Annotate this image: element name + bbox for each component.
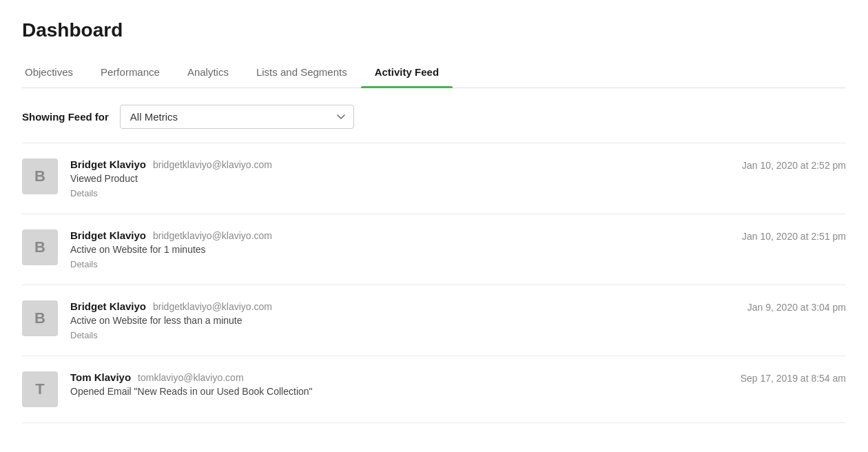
feed-timestamp: Sep 17, 2019 at 8:54 am xyxy=(741,371,846,384)
page-title: Dashboard xyxy=(22,19,846,41)
feed-item: T Tom Klaviyo tomklaviyo@klaviyo.com Ope… xyxy=(22,356,846,423)
feed-name-row: Bridget Klaviyo bridgetklaviyo@klaviyo.c… xyxy=(70,229,730,241)
feed-name-row: Bridget Klaviyo bridgetklaviyo@klaviyo.c… xyxy=(70,300,735,312)
feed-item: B Bridget Klaviyo bridgetklaviyo@klaviyo… xyxy=(22,214,846,285)
avatar: B xyxy=(22,229,58,265)
feed-person-email: bridgetklaviyo@klaviyo.com xyxy=(153,230,272,241)
feed-details-link[interactable]: Details xyxy=(70,188,98,198)
feed-item-content: Bridget Klaviyo bridgetklaviyo@klaviyo.c… xyxy=(70,229,730,269)
avatar: T xyxy=(22,371,58,407)
tab-analytics[interactable]: Analytics xyxy=(174,58,242,88)
feed-timestamp: Jan 9, 2020 at 3:04 pm xyxy=(747,300,846,313)
tab-activity-feed[interactable]: Activity Feed xyxy=(361,58,453,88)
feed-name-row: Bridget Klaviyo bridgetklaviyo@klaviyo.c… xyxy=(70,158,730,170)
filter-row: Showing Feed for All MetricsViewed Produ… xyxy=(22,88,846,143)
feed-action-text: Opened Email "New Reads in our Used Book… xyxy=(70,386,728,397)
feed-action-text: Active on Website for less than a minute xyxy=(70,315,735,326)
feed-person-name[interactable]: Bridget Klaviyo xyxy=(70,229,146,241)
feed-timestamp: Jan 10, 2020 at 2:51 pm xyxy=(742,229,846,242)
feed-person-name[interactable]: Tom Klaviyo xyxy=(70,371,131,383)
feed-person-email: bridgetklaviyo@klaviyo.com xyxy=(153,301,272,312)
filter-label: Showing Feed for xyxy=(22,111,109,123)
feed-item: B Bridget Klaviyo bridgetklaviyo@klaviyo… xyxy=(22,143,846,214)
avatar: B xyxy=(22,300,58,336)
feed-item-content: Tom Klaviyo tomklaviyo@klaviyo.com Opene… xyxy=(70,371,728,400)
feed-action-text: Active on Website for 1 minutes xyxy=(70,244,730,255)
tab-lists-segments[interactable]: Lists and Segments xyxy=(242,58,361,88)
tab-performance[interactable]: Performance xyxy=(87,58,174,88)
avatar: B xyxy=(22,158,58,194)
feed-details-link[interactable]: Details xyxy=(70,259,98,269)
feed-person-email: tomklaviyo@klaviyo.com xyxy=(138,372,243,383)
feed-person-email: bridgetklaviyo@klaviyo.com xyxy=(153,159,272,170)
feed-person-name[interactable]: Bridget Klaviyo xyxy=(70,300,146,312)
feed-person-name[interactable]: Bridget Klaviyo xyxy=(70,158,146,170)
feed-name-row: Tom Klaviyo tomklaviyo@klaviyo.com xyxy=(70,371,728,383)
metrics-filter-select[interactable]: All MetricsViewed ProductActive on Websi… xyxy=(120,105,354,129)
activity-feed-list: B Bridget Klaviyo bridgetklaviyo@klaviyo… xyxy=(22,143,846,423)
feed-item: B Bridget Klaviyo bridgetklaviyo@klaviyo… xyxy=(22,285,846,356)
feed-details-link[interactable]: Details xyxy=(70,330,98,340)
tabs-nav: Objectives Performance Analytics Lists a… xyxy=(22,58,846,88)
feed-action-text: Viewed Product xyxy=(70,173,730,184)
feed-item-content: Bridget Klaviyo bridgetklaviyo@klaviyo.c… xyxy=(70,300,735,340)
feed-item-content: Bridget Klaviyo bridgetklaviyo@klaviyo.c… xyxy=(70,158,730,198)
tab-objectives[interactable]: Objectives xyxy=(22,58,87,88)
feed-timestamp: Jan 10, 2020 at 2:52 pm xyxy=(742,158,846,171)
